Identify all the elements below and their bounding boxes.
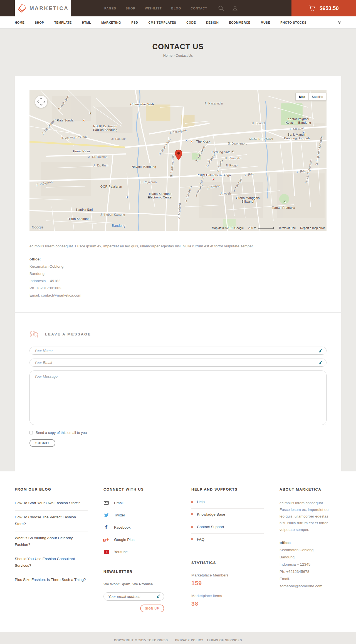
top-nav: PAGES SHOP WISHLIST BLOG CONTACT bbox=[104, 7, 207, 10]
copyright-text: COPYRIGHT © 2015 TOKOPRESS bbox=[114, 638, 168, 642]
office-info: office: Kecamatan Coblong Bandung. Indon… bbox=[29, 256, 327, 299]
help-link[interactable]: Knowladge Base bbox=[191, 509, 264, 521]
map-data-credit: Map data ©2015 Google bbox=[212, 226, 244, 230]
help-link[interactable]: Help bbox=[191, 500, 264, 509]
cat-html[interactable]: HTML bbox=[82, 21, 91, 24]
message-form-header: LEAVE A MESSAGE bbox=[29, 330, 327, 338]
cat-psd[interactable]: PSD bbox=[131, 21, 138, 24]
cat-photo-stocks[interactable]: PHOTO STOCKS bbox=[280, 21, 306, 24]
help-link[interactable]: Contact Support bbox=[191, 521, 264, 534]
cat-home[interactable]: HOME bbox=[15, 21, 24, 24]
category-nav: HOME SHOP TEMPLATE HTML MARKETING PSD CM… bbox=[0, 16, 356, 29]
help-link[interactable]: FAQ bbox=[191, 534, 264, 546]
office-line: Bandung. bbox=[280, 554, 333, 561]
blog-link[interactable]: How To Choose The Perfect Fashion Store? bbox=[15, 511, 88, 531]
sign-up-button[interactable]: SIGN UP bbox=[140, 605, 164, 612]
cat-design[interactable]: DESIGN bbox=[206, 21, 219, 24]
newsletter-email-input[interactable] bbox=[103, 592, 164, 601]
social-twitter-link[interactable]: Twitter bbox=[103, 512, 175, 518]
page-hero: CONTACT US Home › Contact Us bbox=[0, 29, 356, 69]
office-line: Indonesia – 49182 bbox=[29, 277, 327, 285]
footer-blog-column: FROM OUR BLOG How To Start Your Own Fash… bbox=[15, 487, 96, 612]
top-nav-pages[interactable]: PAGES bbox=[104, 7, 116, 10]
search-icon[interactable] bbox=[218, 5, 224, 12]
message-textarea[interactable] bbox=[29, 371, 327, 425]
google-map[interactable]: Champelas WalkJl. HasanudinJl. Haji Yasi… bbox=[29, 90, 327, 231]
cart-icon bbox=[309, 5, 316, 11]
newsletter-tagline: We Won't Spam, We Promise bbox=[103, 582, 175, 586]
help-label: Knowladge Base bbox=[197, 512, 225, 516]
satellite-view-button[interactable]: Satellite bbox=[309, 93, 327, 101]
social-label: Twitter bbox=[114, 513, 125, 517]
top-nav-contact[interactable]: CONTACT bbox=[191, 7, 207, 10]
footer-about-column: ABOUT MARKETICA ec mollis lorem consequa… bbox=[272, 487, 341, 612]
top-nav-blog[interactable]: BLOG bbox=[171, 7, 181, 10]
social-label: Facebook bbox=[114, 525, 130, 529]
email-input[interactable] bbox=[29, 359, 327, 367]
social-google-plus-link[interactable]: g+ Google Plus bbox=[103, 536, 175, 543]
breadcrumb-home[interactable]: Home bbox=[163, 54, 172, 58]
contact-card: Champelas WalkJl. HasanudinJl. Haji Yasi… bbox=[15, 76, 341, 471]
submit-button[interactable]: SUBMIT bbox=[29, 439, 55, 447]
name-input[interactable] bbox=[29, 347, 327, 355]
blog-link[interactable]: Plus Size Fashion: Is There Such a Thing… bbox=[15, 573, 88, 587]
newsletter-title: NEWSLETTER bbox=[103, 570, 175, 574]
cat-code[interactable]: CODE bbox=[186, 21, 196, 24]
map-pan-control[interactable] bbox=[35, 96, 47, 108]
top-nav-shop[interactable]: SHOP bbox=[126, 7, 135, 10]
social-facebook-link[interactable]: f Facebook bbox=[103, 524, 175, 531]
chat-bubbles-icon bbox=[29, 330, 38, 338]
report-map-error-link[interactable]: Report a map error bbox=[300, 226, 325, 230]
blog-link[interactable]: How To Start Your Own Fashion Store? bbox=[15, 500, 88, 511]
youtube-icon bbox=[103, 550, 109, 554]
send-copy-checkbox[interactable] bbox=[29, 431, 33, 434]
office-title: office: bbox=[29, 256, 327, 263]
chevron-down-icon[interactable] bbox=[337, 21, 341, 24]
terms-of-use-link[interactable]: Terms of Use bbox=[278, 226, 296, 230]
facebook-icon: f bbox=[103, 524, 109, 530]
links-separator: . bbox=[204, 638, 206, 642]
header-icons bbox=[218, 5, 238, 12]
office-line: Kecamatan Coblong bbox=[280, 546, 333, 554]
social-youtube-link[interactable]: Youtube bbox=[103, 549, 175, 555]
cat-ecommerce[interactable]: ECOMMERCE bbox=[229, 21, 250, 24]
cart-total: $653.50 bbox=[320, 5, 339, 11]
footer-connect-column: CONNECT WITH US Email Twitter f Facebook… bbox=[96, 487, 184, 612]
about-office-info: office: Kecamatan Coblong Bandung. Indon… bbox=[280, 539, 333, 590]
footer-connect-title: CONNECT WITH US bbox=[103, 487, 175, 491]
breadcrumb: Home › Contact Us bbox=[0, 54, 356, 58]
blog-link[interactable]: What is So Alluring About Celebrity Fash… bbox=[15, 531, 88, 552]
footer-links: PRIVACY POLICY . TERMS OF SERVICES bbox=[175, 638, 242, 642]
social-email-link[interactable]: Email bbox=[103, 500, 175, 506]
office-line: Kecamatan Coblong bbox=[29, 263, 327, 270]
cat-muse[interactable]: MUSE bbox=[261, 21, 270, 24]
office-line: Ph. +6212345678 bbox=[280, 568, 333, 575]
terms-of-services-link[interactable]: TERMS OF SERVICES bbox=[207, 638, 242, 642]
blog-link[interactable]: Should You Use Fashion Consultant Servic… bbox=[15, 552, 88, 573]
cat-shop[interactable]: SHOP bbox=[35, 21, 44, 24]
email-icon bbox=[103, 501, 109, 505]
map-marker-icon[interactable] bbox=[175, 150, 182, 162]
stat-value: 159 bbox=[191, 580, 264, 586]
help-label: Help bbox=[197, 500, 205, 504]
cat-template[interactable]: TEMPLATE bbox=[54, 21, 71, 24]
contact-form: Send a copy of this email to you SUBMIT bbox=[29, 347, 327, 447]
help-label: FAQ bbox=[197, 537, 204, 541]
cat-marketing[interactable]: MARKETING bbox=[101, 21, 121, 24]
cart-button[interactable]: $653.50 bbox=[291, 0, 356, 16]
brand-logo[interactable]: MARKETICA bbox=[15, 0, 71, 16]
pen-icon bbox=[319, 349, 323, 353]
office-line: Indonesia – 12345 bbox=[280, 561, 333, 568]
google-logo: Google bbox=[32, 225, 43, 229]
cat-cms-templates[interactable]: CMS TEMPLATES bbox=[148, 21, 176, 24]
footer-help-column: HELP AND SUPPORTS Help Knowladge Base Co… bbox=[184, 487, 272, 612]
top-nav-wishlist[interactable]: WISHLIST bbox=[145, 7, 162, 10]
privacy-policy-link[interactable]: PRIVACY POLICY bbox=[175, 638, 204, 642]
office-line: Email. someone@someone.com bbox=[280, 575, 333, 590]
social-label: Youtube bbox=[114, 550, 128, 554]
account-icon[interactable] bbox=[232, 5, 238, 12]
office-title: office: bbox=[280, 539, 333, 546]
breadcrumb-separator: › bbox=[174, 54, 175, 58]
footer-help-title: HELP AND SUPPORTS bbox=[191, 487, 264, 491]
map-view-button[interactable]: Map bbox=[296, 93, 309, 101]
